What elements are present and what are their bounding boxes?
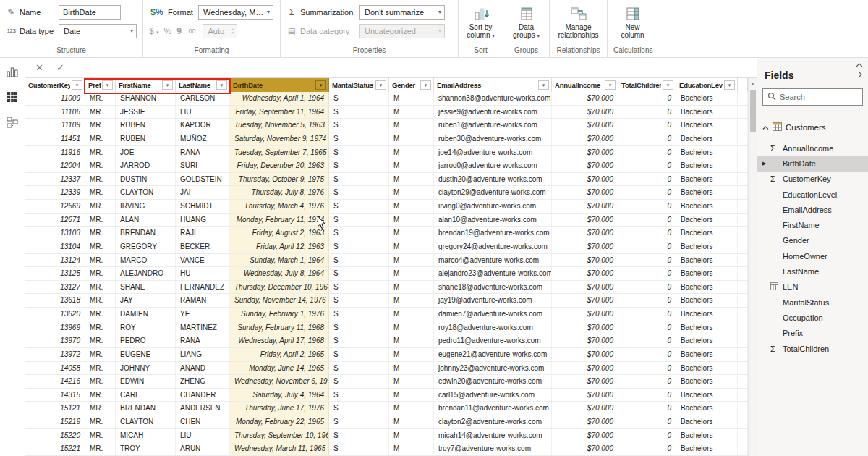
column-header-FirstName[interactable]: FirstName▾ (116, 78, 176, 92)
filter-dropdown-icon[interactable]: ▾ (162, 80, 173, 90)
cell-TotalChildren[interactable]: 0 (618, 334, 676, 347)
cell-AnnualIncome[interactable]: $70,000 (552, 92, 618, 105)
cell-BirthDate[interactable]: Saturday, November 9, 1974 (230, 132, 329, 145)
field-item-TotalChildren[interactable]: ΣTotalChildren (757, 341, 868, 356)
cell-EducationLevel[interactable]: Bachelors (676, 159, 738, 172)
cell-Prefix[interactable]: MR. (85, 132, 116, 145)
field-item-CustomerKey[interactable]: ΣCustomerKey (757, 172, 868, 187)
cell-EmailAddress[interactable]: joe14@adventure-works.com (434, 146, 552, 159)
cell-MaritalStatus[interactable]: S (329, 146, 389, 159)
cell-BirthDate[interactable]: Wednesday, April 1, 1964 (230, 92, 329, 105)
cell-EmailAddress[interactable]: damien7@adventure-works.com (434, 308, 552, 321)
cell-CustomerKey[interactable]: 13620 (25, 308, 85, 321)
cell-CustomerKey[interactable]: 14058 (25, 362, 85, 375)
cell-FirstName[interactable]: JAY (116, 294, 176, 307)
field-item-MaritalStatus[interactable]: MaritalStatus (757, 295, 868, 310)
cell-Gender[interactable]: M (389, 415, 434, 428)
cell-TotalChildren[interactable]: 0 (618, 389, 676, 402)
cell-MaritalStatus[interactable]: S (329, 442, 389, 455)
cell-FirstName[interactable]: CARL (116, 389, 176, 402)
expand-hierarchy-icon[interactable]: ▶ (762, 161, 770, 166)
cell-TotalChildren[interactable]: 0 (618, 415, 676, 428)
cell-clipped[interactable] (738, 200, 748, 213)
cell-AnnualIncome[interactable]: $70,000 (552, 375, 618, 388)
filter-dropdown-icon[interactable]: ▾ (375, 80, 386, 90)
cell-Gender[interactable]: M (389, 240, 434, 253)
cell-FirstName[interactable]: IRVING (116, 200, 176, 213)
cell-EmailAddress[interactable]: jarrod0@adventure-works.com (434, 159, 552, 172)
cell-EmailAddress[interactable]: pedro11@adventure-works.com (434, 334, 552, 347)
cell-FirstName[interactable]: CLAYTON (116, 186, 176, 199)
cell-Gender[interactable]: M (389, 348, 434, 361)
cell-EmailAddress[interactable]: marco4@adventure-works.com (434, 254, 552, 267)
cell-clipped[interactable] (738, 159, 748, 172)
cell-clipped[interactable] (738, 375, 748, 388)
cell-Prefix[interactable]: MR. (85, 362, 116, 375)
sort-by-column-button[interactable]: Sort by column ▾ (464, 4, 497, 40)
cell-Prefix[interactable]: MR. (85, 92, 116, 105)
cell-FirstName[interactable]: JARROD (116, 159, 176, 172)
cell-Prefix[interactable]: MR. (85, 119, 116, 132)
cell-TotalChildren[interactable]: 0 (618, 429, 676, 442)
cell-EmailAddress[interactable]: ruben30@adventure-works.com (434, 132, 552, 145)
filter-dropdown-icon[interactable]: ▾ (538, 80, 549, 90)
cell-EmailAddress[interactable]: dustin20@adventure-works.com (434, 173, 552, 186)
cell-CustomerKey[interactable]: 13618 (25, 294, 85, 307)
cell-Prefix[interactable]: MR. (85, 214, 116, 227)
cell-LastName[interactable]: RAMAN (176, 294, 230, 307)
cell-MaritalStatus[interactable]: S (329, 389, 389, 402)
cell-Gender[interactable]: M (389, 159, 434, 172)
cell-EducationLevel[interactable]: Bachelors (676, 362, 738, 375)
scrollbar-up-icon[interactable]: ▲ (749, 78, 757, 88)
cell-Prefix[interactable]: MR. (85, 415, 116, 428)
cell-EducationLevel[interactable]: Bachelors (676, 321, 738, 334)
cell-Prefix[interactable]: MR. (85, 173, 116, 186)
cell-TotalChildren[interactable]: 0 (618, 375, 676, 388)
cell-LastName[interactable]: RAJI (176, 227, 230, 240)
cell-clipped[interactable] (738, 92, 748, 105)
cell-FirstName[interactable]: JOHNNY (116, 362, 176, 375)
cell-LastName[interactable]: CHEN (176, 415, 230, 428)
cell-CustomerKey[interactable]: 11009 (25, 92, 85, 105)
cell-EmailAddress[interactable]: shane18@adventure-works.com (434, 281, 552, 294)
filter-dropdown-icon[interactable]: ▾ (72, 80, 82, 90)
cell-LastName[interactable]: LIU (176, 429, 230, 442)
cell-LastName[interactable]: CARLSON (176, 92, 230, 105)
field-item-EmailAddress[interactable]: EmailAddress (757, 202, 868, 217)
cell-MaritalStatus[interactable]: S (329, 294, 389, 307)
cell-EducationLevel[interactable]: Bachelors (676, 240, 738, 253)
filter-dropdown-icon[interactable]: ▾ (315, 80, 326, 90)
cell-CustomerKey[interactable]: 13127 (25, 281, 85, 294)
column-header-Gender[interactable]: Gender▾ (389, 78, 434, 92)
cell-EmailAddress[interactable]: roy18@adventure-works.com (434, 321, 552, 334)
cell-LastName[interactable]: LIANG (176, 348, 230, 361)
cell-CustomerKey[interactable]: 11916 (25, 146, 85, 159)
cell-clipped[interactable] (738, 132, 748, 145)
cell-MaritalStatus[interactable]: S (329, 321, 389, 334)
cell-FirstName[interactable]: BRENDAN (116, 227, 176, 240)
cell-FirstName[interactable]: SHANNON (116, 92, 176, 105)
cell-Prefix[interactable]: MR. (85, 348, 116, 361)
cell-Prefix[interactable]: MR. (85, 254, 116, 267)
cell-EmailAddress[interactable]: ruben1@adventure-works.com (434, 119, 552, 132)
cell-TotalChildren[interactable]: 0 (618, 173, 676, 186)
field-item-LEN[interactable]: LEN (757, 279, 868, 295)
cell-AnnualIncome[interactable]: $70,000 (552, 415, 618, 428)
cell-clipped[interactable] (738, 321, 748, 334)
cell-CustomerKey[interactable]: 12671 (25, 214, 85, 227)
cell-BirthDate[interactable]: Thursday, March 4, 1976 (230, 200, 329, 213)
cell-FirstName[interactable]: BRENDAN (116, 402, 176, 415)
cell-FirstName[interactable]: JOE (116, 146, 176, 159)
cell-clipped[interactable] (738, 227, 748, 240)
scrollbar-thumb[interactable] (750, 90, 756, 132)
summarization-dropdown[interactable]: Don't summarize ▾ (359, 5, 445, 20)
filter-dropdown-icon[interactable]: ▾ (102, 80, 113, 90)
cell-BirthDate[interactable]: Sunday, March 1, 1964 (230, 254, 329, 267)
cell-CustomerKey[interactable]: 13972 (25, 348, 85, 361)
format-dropdown[interactable]: Wednesday, March... ▾ (198, 5, 273, 20)
cell-TotalChildren[interactable]: 0 (618, 267, 676, 280)
cell-clipped[interactable] (738, 389, 748, 402)
cell-BirthDate[interactable]: Thursday, October 9, 1975 (230, 173, 329, 186)
cell-CustomerKey[interactable]: 14315 (25, 389, 85, 402)
cell-AnnualIncome[interactable]: $70,000 (552, 321, 618, 334)
